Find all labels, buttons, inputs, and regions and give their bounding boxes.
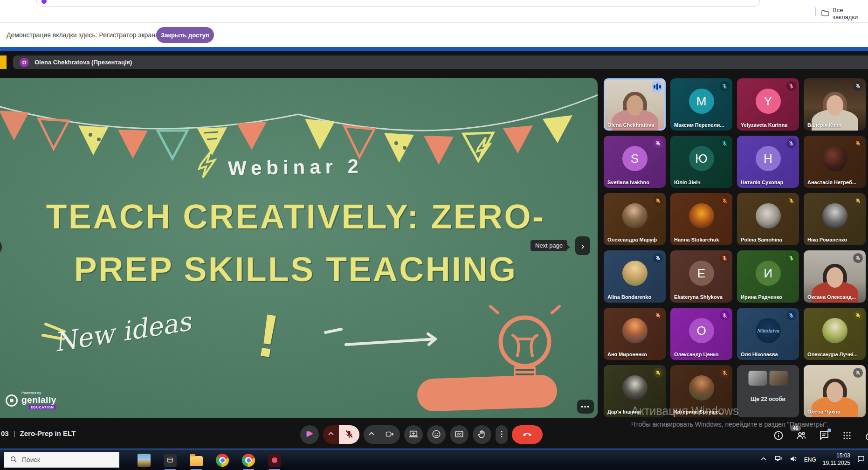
camera-control — [364, 425, 400, 444]
participant-tile[interactable]: SSvetlana Ivakhno — [604, 136, 666, 188]
app-window-button[interactable] — [163, 453, 177, 467]
participant-name: Валерія Копп — [807, 122, 841, 128]
speaking-icon — [652, 81, 663, 92]
host-controls-button[interactable] — [864, 430, 868, 441]
participant-tile[interactable]: Анастасія Нетреб... — [804, 136, 866, 188]
task-view-button[interactable] — [137, 453, 151, 467]
taskbar-date: 19.11.2025 — [823, 460, 850, 467]
people-icon — [796, 435, 807, 442]
chevron-up-icon — [759, 455, 768, 465]
mic-off-icon — [786, 311, 796, 320]
person-face — [627, 95, 643, 116]
participant-tile[interactable]: ННаталія Сухопар — [737, 136, 799, 188]
meeting-details-button[interactable] — [773, 430, 784, 441]
hand-icon — [477, 429, 487, 441]
participant-tile[interactable]: YYelyzaveta Kurinna — [737, 78, 799, 131]
participant-tile[interactable]: EEkateryna Shlykova — [670, 250, 732, 303]
participant-tile[interactable]: Оксана Олександ... — [804, 250, 866, 303]
genially-education-badge: EDUCATION — [28, 405, 56, 409]
avatar — [622, 375, 648, 401]
network-tray-button[interactable] — [774, 455, 783, 465]
participant-name: Олександра Маруф — [607, 237, 657, 242]
svg-text:CC: CC — [457, 432, 462, 435]
cc-icon: CC — [454, 429, 464, 441]
mic-off-icon — [344, 429, 354, 440]
people-panel-button[interactable]: 46 — [796, 430, 807, 441]
avatar — [822, 146, 847, 171]
emoji-icon — [431, 429, 441, 441]
next-page-button[interactable]: › — [575, 236, 590, 255]
folder-icon — [821, 10, 829, 18]
camera-toggle-button[interactable] — [379, 425, 400, 444]
chat-panel-button[interactable] — [819, 430, 830, 441]
volume-tray-button[interactable] — [789, 455, 798, 465]
more-options-button[interactable] — [496, 425, 508, 444]
participant-tile[interactable]: Ще 22 особи — [737, 365, 799, 417]
participant-tile[interactable]: ООлександр Ценко — [670, 308, 732, 360]
shared-presentation: Webinar 2 TEACH CREATIVELY: ZERO- PREP S… — [0, 78, 598, 418]
participant-tile[interactable]: NikolaivaОля Ніколаєва — [737, 308, 799, 360]
participant-tile[interactable]: Alina Bondarenko — [604, 250, 666, 303]
all-bookmarks-button[interactable]: Все закладки — [821, 7, 868, 21]
browser-tab[interactable] — [36, 0, 760, 7]
participant-name: Олександра Лучні... — [807, 352, 858, 357]
shared-tab-marker — [0, 55, 7, 69]
chrome-active-button[interactable] — [241, 453, 255, 467]
raise-hand-button[interactable] — [473, 425, 491, 444]
activities-button[interactable] — [841, 430, 853, 441]
action-center-button[interactable] — [857, 455, 865, 465]
participant-tile[interactable]: Олександра Маруф — [604, 193, 666, 245]
avatar: Nikolaiva — [756, 318, 781, 343]
participant-tile[interactable]: MМаксим Перепели... — [670, 78, 732, 131]
end-call-button[interactable] — [512, 425, 543, 444]
captions-button[interactable]: CC — [450, 425, 468, 444]
chrome-button[interactable] — [215, 453, 229, 467]
participant-tile[interactable]: Ніка Романенко — [804, 193, 866, 245]
mic-off-icon — [786, 253, 796, 263]
search-placeholder: Поиск — [22, 456, 40, 463]
participant-tile[interactable]: Валерія Копп — [804, 78, 866, 131]
participant-tile[interactable]: Hanna Stoliarchuk — [670, 193, 732, 245]
mic-off-icon — [786, 81, 796, 91]
language-indicator[interactable]: ENG — [804, 456, 816, 463]
slide-more-options-button[interactable]: ••• — [577, 400, 594, 414]
stop-sharing-button[interactable]: Закрыть доступ — [156, 27, 214, 43]
avatar: И — [756, 261, 781, 286]
presenter-avatar: O — [20, 58, 29, 67]
participant-tile[interactable]: Олена Чухно — [804, 365, 866, 417]
more-vert-icon — [496, 429, 507, 441]
meeting-panels: 46 — [773, 430, 868, 441]
desktop-photo-icon — [138, 454, 151, 467]
effects-button[interactable] — [300, 425, 319, 444]
tray-expand-button[interactable] — [759, 455, 768, 465]
next-page-tooltip: Next page — [530, 240, 567, 251]
person-face — [827, 382, 843, 402]
mic-toggle-button[interactable] — [339, 425, 359, 444]
screen-recorder-button[interactable] — [268, 453, 282, 467]
participant-tile[interactable]: Аня Мироненко — [604, 308, 666, 360]
participant-tile[interactable]: Олександра Лучні... — [804, 308, 866, 360]
presenter-name: Olena Chekhratova (Презентація) — [34, 59, 132, 66]
participant-name: Alina Bondarenko — [607, 294, 651, 300]
person-face — [827, 95, 843, 116]
camera-options-button[interactable] — [364, 425, 379, 444]
mic-off-icon — [853, 81, 863, 91]
participant-tile[interactable]: ЮЮлія Зініч — [670, 136, 732, 188]
present-button[interactable] — [404, 425, 423, 444]
taskbar-search[interactable]: Поиск — [4, 452, 119, 468]
chrome-icon — [242, 454, 255, 467]
participant-tile[interactable]: ИИрина Радченко — [737, 250, 799, 303]
participant-name: Svetlana Ivakhno — [607, 180, 649, 185]
participant-name: Ніка Романенко — [807, 237, 847, 242]
participant-tile[interactable]: Polina Samohina — [737, 193, 799, 245]
windows-taskbar: Поиск — [0, 449, 868, 470]
mic-off-icon — [720, 368, 730, 378]
participant-tile[interactable]: Olena Chekhratova — [604, 78, 666, 131]
taskbar-clock[interactable]: 15:03 19.11.2025 — [823, 452, 850, 467]
participant-name: Аня Мироненко — [607, 352, 647, 357]
mic-options-button[interactable] — [323, 425, 339, 444]
avatar — [689, 375, 714, 401]
reactions-button[interactable] — [427, 425, 446, 444]
participant-name: Юлія Зініч — [674, 180, 701, 185]
file-explorer-button[interactable] — [189, 453, 203, 467]
